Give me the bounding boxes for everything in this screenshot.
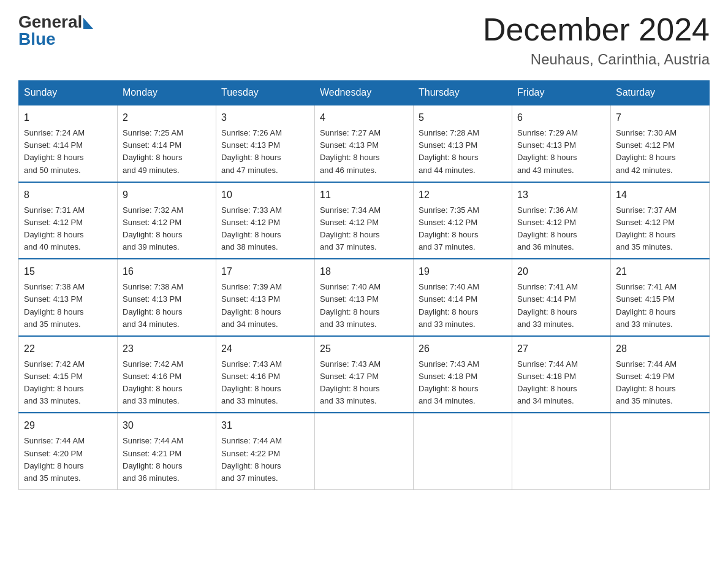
day-info: Sunrise: 7:44 AMSunset: 4:20 PMDaylight:… — [24, 435, 112, 484]
day-info: Sunrise: 7:43 AMSunset: 4:16 PMDaylight:… — [221, 358, 309, 408]
day-number: 20 — [517, 264, 605, 279]
day-number: 13 — [517, 188, 605, 202]
calendar-cell: 26Sunrise: 7:43 AMSunset: 4:18 PMDayligh… — [414, 336, 512, 413]
calendar-table: SundayMondayTuesdayWednesdayThursdayFrid… — [18, 80, 710, 490]
day-info: Sunrise: 7:43 AMSunset: 4:18 PMDaylight:… — [419, 358, 507, 408]
calendar-cell: 9Sunrise: 7:32 AMSunset: 4:12 PMDaylight… — [118, 182, 216, 259]
day-info: Sunrise: 7:38 AMSunset: 4:13 PMDaylight:… — [123, 281, 211, 331]
calendar-cell — [414, 413, 512, 489]
calendar-cell — [512, 413, 611, 489]
day-number: 6 — [517, 110, 605, 125]
day-number: 24 — [221, 342, 309, 356]
day-info: Sunrise: 7:44 AMSunset: 4:21 PMDaylight:… — [123, 435, 211, 484]
weekday-header-sunday: Sunday — [19, 81, 118, 105]
calendar-week-3: 15Sunrise: 7:38 AMSunset: 4:13 PMDayligh… — [19, 259, 710, 336]
day-number: 5 — [419, 110, 507, 125]
calendar-cell: 29Sunrise: 7:44 AMSunset: 4:20 PMDayligh… — [19, 413, 118, 489]
calendar-cell: 6Sunrise: 7:29 AMSunset: 4:13 PMDaylight… — [512, 105, 611, 182]
day-number: 12 — [419, 188, 507, 202]
day-number: 10 — [221, 188, 309, 202]
calendar-cell: 10Sunrise: 7:33 AMSunset: 4:12 PMDayligh… — [216, 182, 315, 259]
day-info: Sunrise: 7:44 AMSunset: 4:22 PMDaylight:… — [221, 435, 309, 484]
calendar-cell: 1Sunrise: 7:24 AMSunset: 4:14 PMDaylight… — [19, 105, 118, 182]
location-title: Neuhaus, Carinthia, Austria — [483, 51, 710, 68]
weekday-header-saturday: Saturday — [611, 81, 710, 105]
day-number: 7 — [616, 110, 704, 125]
day-number: 23 — [123, 342, 211, 356]
day-info: Sunrise: 7:41 AMSunset: 4:15 PMDaylight:… — [616, 281, 704, 331]
day-info: Sunrise: 7:25 AMSunset: 4:14 PMDaylight:… — [123, 127, 211, 177]
day-info: Sunrise: 7:27 AMSunset: 4:13 PMDaylight:… — [320, 127, 408, 177]
day-info: Sunrise: 7:39 AMSunset: 4:13 PMDaylight:… — [221, 281, 309, 331]
day-number: 2 — [123, 110, 211, 125]
day-number: 30 — [123, 418, 211, 433]
day-info: Sunrise: 7:32 AMSunset: 4:12 PMDaylight:… — [123, 204, 211, 254]
month-title: December 2024 — [483, 12, 710, 47]
day-number: 31 — [221, 418, 309, 433]
calendar-week-4: 22Sunrise: 7:42 AMSunset: 4:15 PMDayligh… — [19, 336, 710, 413]
calendar-cell: 7Sunrise: 7:30 AMSunset: 4:12 PMDaylight… — [611, 105, 710, 182]
day-info: Sunrise: 7:37 AMSunset: 4:12 PMDaylight:… — [616, 204, 704, 254]
weekday-header-wednesday: Wednesday — [315, 81, 414, 105]
day-number: 19 — [419, 264, 507, 279]
calendar-cell: 16Sunrise: 7:38 AMSunset: 4:13 PMDayligh… — [118, 259, 216, 336]
day-info: Sunrise: 7:24 AMSunset: 4:14 PMDaylight:… — [24, 127, 112, 177]
calendar-cell: 23Sunrise: 7:42 AMSunset: 4:16 PMDayligh… — [118, 336, 216, 413]
calendar-cell: 2Sunrise: 7:25 AMSunset: 4:14 PMDaylight… — [118, 105, 216, 182]
calendar-cell: 4Sunrise: 7:27 AMSunset: 4:13 PMDaylight… — [315, 105, 414, 182]
calendar-cell: 5Sunrise: 7:28 AMSunset: 4:13 PMDaylight… — [414, 105, 512, 182]
day-number: 18 — [320, 264, 408, 279]
day-info: Sunrise: 7:41 AMSunset: 4:14 PMDaylight:… — [517, 281, 605, 331]
calendar-cell: 18Sunrise: 7:40 AMSunset: 4:13 PMDayligh… — [315, 259, 414, 336]
day-number: 17 — [221, 264, 309, 279]
day-info: Sunrise: 7:43 AMSunset: 4:17 PMDaylight:… — [320, 358, 408, 408]
day-info: Sunrise: 7:42 AMSunset: 4:15 PMDaylight:… — [24, 358, 112, 408]
day-number: 9 — [123, 188, 211, 202]
weekday-header-thursday: Thursday — [414, 81, 512, 105]
calendar-header: SundayMondayTuesdayWednesdayThursdayFrid… — [19, 81, 710, 105]
day-number: 27 — [517, 342, 605, 356]
calendar-cell: 31Sunrise: 7:44 AMSunset: 4:22 PMDayligh… — [216, 413, 315, 489]
calendar-cell: 21Sunrise: 7:41 AMSunset: 4:15 PMDayligh… — [611, 259, 710, 336]
day-info: Sunrise: 7:42 AMSunset: 4:16 PMDaylight:… — [123, 358, 211, 408]
day-number: 22 — [24, 342, 112, 356]
calendar-week-2: 8Sunrise: 7:31 AMSunset: 4:12 PMDaylight… — [19, 182, 710, 259]
day-info: Sunrise: 7:31 AMSunset: 4:12 PMDaylight:… — [24, 204, 112, 254]
day-number: 28 — [616, 342, 704, 356]
weekday-header-tuesday: Tuesday — [216, 81, 315, 105]
calendar-body: 1Sunrise: 7:24 AMSunset: 4:14 PMDaylight… — [19, 105, 710, 489]
day-number: 25 — [320, 342, 408, 356]
calendar-cell: 15Sunrise: 7:38 AMSunset: 4:13 PMDayligh… — [19, 259, 118, 336]
day-number: 1 — [24, 110, 112, 125]
calendar-cell: 27Sunrise: 7:44 AMSunset: 4:18 PMDayligh… — [512, 336, 611, 413]
day-info: Sunrise: 7:38 AMSunset: 4:13 PMDaylight:… — [24, 281, 112, 331]
calendar-cell: 17Sunrise: 7:39 AMSunset: 4:13 PMDayligh… — [216, 259, 315, 336]
day-info: Sunrise: 7:30 AMSunset: 4:12 PMDaylight:… — [616, 127, 704, 177]
day-info: Sunrise: 7:26 AMSunset: 4:13 PMDaylight:… — [221, 127, 309, 177]
logo-triangle-icon — [83, 18, 93, 29]
calendar-cell: 30Sunrise: 7:44 AMSunset: 4:21 PMDayligh… — [118, 413, 216, 489]
day-info: Sunrise: 7:40 AMSunset: 4:14 PMDaylight:… — [419, 281, 507, 331]
day-number: 8 — [24, 188, 112, 202]
calendar-cell: 13Sunrise: 7:36 AMSunset: 4:12 PMDayligh… — [512, 182, 611, 259]
day-info: Sunrise: 7:40 AMSunset: 4:13 PMDaylight:… — [320, 281, 408, 331]
day-number: 16 — [123, 264, 211, 279]
day-info: Sunrise: 7:36 AMSunset: 4:12 PMDaylight:… — [517, 204, 605, 254]
calendar-cell — [611, 413, 710, 489]
calendar-cell: 20Sunrise: 7:41 AMSunset: 4:14 PMDayligh… — [512, 259, 611, 336]
header: General Blue December 2024 Neuhaus, Cari… — [18, 12, 710, 68]
day-number: 14 — [616, 188, 704, 202]
day-info: Sunrise: 7:44 AMSunset: 4:18 PMDaylight:… — [517, 358, 605, 408]
calendar-cell: 19Sunrise: 7:40 AMSunset: 4:14 PMDayligh… — [414, 259, 512, 336]
calendar-cell: 3Sunrise: 7:26 AMSunset: 4:13 PMDaylight… — [216, 105, 315, 182]
weekday-header-monday: Monday — [118, 81, 216, 105]
calendar-cell: 8Sunrise: 7:31 AMSunset: 4:12 PMDaylight… — [19, 182, 118, 259]
day-info: Sunrise: 7:34 AMSunset: 4:12 PMDaylight:… — [320, 204, 408, 254]
day-number: 21 — [616, 264, 704, 279]
calendar-cell: 22Sunrise: 7:42 AMSunset: 4:15 PMDayligh… — [19, 336, 118, 413]
title-section: December 2024 Neuhaus, Carinthia, Austri… — [483, 12, 710, 68]
day-info: Sunrise: 7:29 AMSunset: 4:13 PMDaylight:… — [517, 127, 605, 177]
day-info: Sunrise: 7:44 AMSunset: 4:19 PMDaylight:… — [616, 358, 704, 408]
day-number: 15 — [24, 264, 112, 279]
day-number: 26 — [419, 342, 507, 356]
